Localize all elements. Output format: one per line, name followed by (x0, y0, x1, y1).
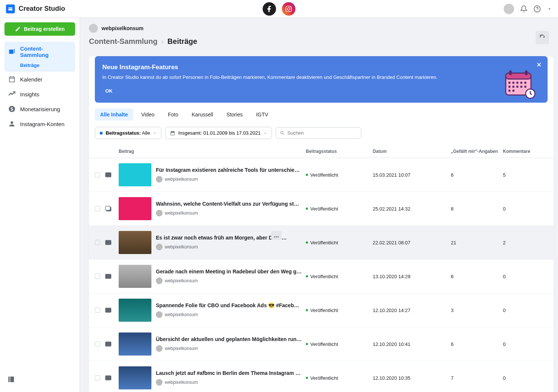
notifications-icon[interactable] (520, 5, 527, 13)
collapse-sidebar-icon[interactable] (7, 376, 15, 383)
post-type-icon (105, 205, 112, 212)
search-icon (280, 131, 285, 136)
sidebar-item-calendar[interactable]: Kalender (4, 72, 75, 87)
help-icon[interactable] (533, 5, 541, 13)
sidebar-item-label: Content-Sammlung (20, 45, 71, 58)
post-author: webpixelkonsum (156, 277, 302, 284)
breadcrumb: Content-Sammlung › Beiträge (89, 37, 549, 46)
svg-rect-6 (509, 71, 512, 75)
col-status[interactable]: Beitragsstatus (306, 149, 373, 154)
user-avatar[interactable] (504, 4, 514, 14)
post-type-icon (105, 374, 112, 382)
tab-igtv[interactable]: IGTV (251, 109, 273, 121)
row-more-button[interactable]: … (271, 231, 282, 240)
row-checkbox[interactable] (95, 240, 100, 245)
close-icon (536, 61, 542, 68)
col-likes[interactable]: „Gefällt mir"-Angaben (451, 149, 503, 154)
col-comments[interactable]: Kommentare (503, 149, 548, 154)
post-title: Für Instagram existieren zahlreiche Tool… (156, 167, 302, 173)
post-likes: 8 (451, 206, 503, 212)
table-row[interactable]: Gerade nach einem Meeting in Radebeul üb… (89, 260, 554, 293)
col-date[interactable]: Datum (373, 149, 451, 154)
svg-point-1 (288, 7, 290, 10)
monetization-icon (8, 105, 16, 113)
filter-status[interactable]: Beitragsstatus: Alle (95, 127, 161, 139)
sidebar-item-label: Kalender (20, 76, 42, 83)
account-avatar (89, 24, 98, 33)
svg-rect-8 (509, 82, 510, 84)
calendar-illustration (503, 69, 536, 99)
search-input[interactable] (287, 130, 357, 136)
post-comments: 0 (503, 274, 548, 279)
sidebar-item-instagram-accounts[interactable]: Instagram-Konten (4, 116, 75, 131)
row-checkbox[interactable] (95, 172, 100, 177)
row-checkbox[interactable] (95, 308, 100, 313)
table-row[interactable]: Spannende Folie für CBO und Facebook Ads… (89, 293, 554, 327)
row-checkbox[interactable] (95, 375, 100, 380)
sidebar: Beitrag erstellen Content-Sammlung Beitr… (0, 18, 80, 392)
banner-title: Neue Instagram-Features (102, 64, 496, 71)
row-checkbox[interactable] (95, 206, 100, 211)
library-icon (8, 48, 16, 55)
post-author: webpixelkonsum (156, 345, 302, 352)
content-tabs: Alle InhalteVideoFotoKarussellStoriesIGT… (89, 109, 554, 121)
search-box[interactable] (276, 127, 361, 139)
instagram-tab[interactable] (282, 2, 295, 16)
tab-karussell[interactable]: Karussell (186, 109, 218, 121)
svg-rect-10 (516, 82, 518, 84)
svg-point-28 (107, 275, 108, 276)
svg-point-32 (107, 343, 108, 344)
banner-ok-button[interactable]: OK (102, 87, 496, 95)
sidebar-item-insights[interactable]: Insights (4, 87, 75, 102)
row-checkbox[interactable] (95, 341, 100, 347)
tab-stories[interactable]: Stories (221, 109, 248, 121)
caret-down-icon (153, 131, 157, 135)
post-date: 12.10.2020 14:27 (373, 308, 451, 313)
post-comments: 0 (503, 206, 548, 212)
sidebar-item-label: Instagram-Konten (20, 121, 64, 127)
table-row[interactable]: Wahnsinn, welche Content-Vielfalt uns zu… (89, 192, 554, 226)
app-logo (6, 4, 15, 13)
post-date: 12.10.2020 10:41 (373, 341, 451, 347)
account-menu-caret-icon[interactable] (547, 6, 552, 12)
breadcrumb-leaf: Beiträge (167, 37, 197, 46)
post-thumbnail (119, 231, 151, 254)
post-title: Übersicht der aktuellen und geplanten Mö… (156, 336, 302, 342)
svg-rect-7 (525, 71, 527, 75)
sidebar-item-monetization[interactable]: Monetarisierung (4, 102, 75, 116)
tab-video[interactable]: Video (136, 109, 160, 121)
post-status: Veröffentlicht (306, 172, 373, 178)
post-comments: 0 (503, 375, 548, 381)
post-date: 25.02.2021 14:32 (373, 206, 451, 212)
facebook-tab[interactable] (263, 2, 276, 16)
svg-point-22 (107, 174, 108, 175)
create-post-button[interactable]: Beitrag erstellen (4, 22, 75, 36)
row-checkbox[interactable] (95, 274, 100, 279)
breadcrumb-root[interactable]: Content-Sammlung (89, 37, 157, 46)
svg-rect-18 (509, 90, 510, 91)
col-post: Beitrag (119, 149, 306, 154)
sidebar-item-content-library[interactable]: Content-Sammlung (4, 42, 75, 62)
post-author: webpixelkonsum (156, 176, 302, 183)
table-header: Beitrag Beitragsstatus Datum „Gefällt mi… (89, 145, 554, 158)
table-row[interactable]: Lausch jetzt auf #afbmc in Berlin dem Th… (89, 361, 554, 392)
caret-down-icon (263, 131, 267, 135)
accounts-icon (8, 120, 16, 128)
filter-status-label: Beitragsstatus: (106, 130, 141, 136)
app-title: Creator Studio (19, 5, 65, 13)
filter-date-range[interactable]: Insgesamt: 01.01.2009 bis 17.03.2021 (165, 127, 272, 139)
post-comments: 5 (503, 172, 548, 178)
tab-foto[interactable]: Foto (163, 109, 183, 121)
table-row[interactable]: Übersicht der aktuellen und geplanten Mö… (89, 327, 554, 361)
refresh-button[interactable] (536, 31, 549, 44)
post-author: webpixelkonsum (156, 311, 302, 318)
filter-date-label: Insgesamt: 01.01.2009 bis 17.03.2021 (178, 130, 260, 136)
tab-alle-inhalte[interactable]: Alle Inhalte (95, 109, 133, 121)
sidebar-subitem-posts[interactable]: Beiträge (4, 60, 75, 72)
table-row[interactable]: Es ist zwar noch etwas früh am Morgen, a… (89, 226, 554, 260)
calendar-small-icon (170, 131, 175, 136)
account-selector[interactable]: webpixelkonsum (89, 24, 549, 33)
post-likes: 7 (451, 375, 503, 381)
table-row[interactable]: Für Instagram existieren zahlreiche Tool… (89, 158, 554, 192)
banner-close-button[interactable] (536, 61, 542, 68)
